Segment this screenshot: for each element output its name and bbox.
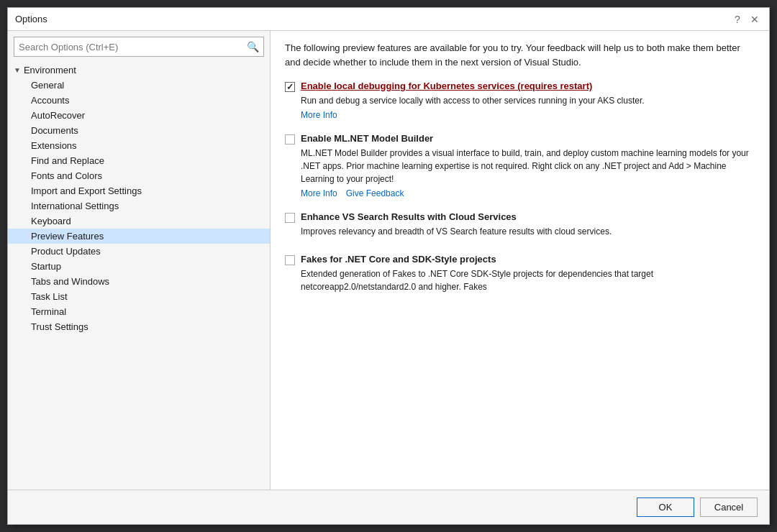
sidebar-item-general[interactable]: General xyxy=(8,78,270,93)
search-icon: 🔍 xyxy=(247,41,259,52)
sidebar-item-documents[interactable]: Documents xyxy=(8,123,270,138)
content-scroll: The following preview features are avail… xyxy=(271,31,769,490)
dialog-body: 🔍 ▼ Environment GeneralAccountsAutoRecov… xyxy=(8,31,769,490)
search-box[interactable]: 🔍 xyxy=(14,37,264,57)
link-give-feedback-2[interactable]: Give Feedback xyxy=(346,188,404,198)
ok-button[interactable]: OK xyxy=(637,497,694,517)
sidebar-item-extensions[interactable]: Extensions xyxy=(8,138,270,153)
checkbox-1[interactable]: ✓ xyxy=(285,82,295,92)
sidebar-item-accounts[interactable]: Accounts xyxy=(8,93,270,108)
cancel-button[interactable]: Cancel xyxy=(700,497,758,517)
tree-items-container: GeneralAccountsAutoRecoverDocumentsExten… xyxy=(8,78,270,334)
title-bar-controls: ? ✕ xyxy=(730,12,762,27)
dialog-title: Options xyxy=(15,14,47,24)
sidebar-item-find-and-replace[interactable]: Find and Replace xyxy=(8,153,270,168)
feature-desc-1: Run and debug a service locally with acc… xyxy=(301,94,755,107)
feature-title-4: Fakes for .NET Core and SDK-Style projec… xyxy=(301,254,755,265)
features-container: ✓Enable local debugging for Kubernetes s… xyxy=(285,81,755,296)
sidebar-item-product-updates[interactable]: Product Updates xyxy=(8,244,270,259)
feature-checkbox-3[interactable] xyxy=(285,213,295,223)
sidebar-item-preview-features[interactable]: Preview Features xyxy=(8,229,270,244)
sidebar-item-startup[interactable]: Startup xyxy=(8,259,270,274)
intro-text: The following preview features are avail… xyxy=(285,41,755,69)
feature-links-2: More InfoGive Feedback xyxy=(301,188,755,198)
feature-item-4: Fakes for .NET Core and SDK-Style projec… xyxy=(285,254,755,296)
dialog-footer: OK Cancel xyxy=(8,490,769,524)
feature-content-1: Enable local debugging for Kubernetes se… xyxy=(301,81,755,120)
sidebar-item-keyboard[interactable]: Keyboard xyxy=(8,214,270,229)
feature-desc-2: ML.NET Model Builder provides a visual i… xyxy=(301,147,755,185)
feature-content-2: Enable ML.NET Model BuilderML.NET Model … xyxy=(301,133,755,198)
feature-item-1: ✓Enable local debugging for Kubernetes s… xyxy=(285,81,755,120)
feature-checkbox-1[interactable]: ✓ xyxy=(285,82,295,92)
help-button[interactable]: ? xyxy=(730,12,745,27)
tree-container[interactable]: ▼ Environment GeneralAccountsAutoRecover… xyxy=(8,63,270,490)
checkbox-3[interactable] xyxy=(285,213,295,223)
link-more-info-2[interactable]: More Info xyxy=(301,188,337,198)
tree-section-environment[interactable]: ▼ Environment xyxy=(8,63,270,78)
checkbox-4[interactable] xyxy=(285,255,295,265)
checkbox-2[interactable] xyxy=(285,134,295,145)
feature-title-2: Enable ML.NET Model Builder xyxy=(301,133,755,144)
feature-title-3: Enhance VS Search Results with Cloud Ser… xyxy=(301,211,755,222)
close-button[interactable]: ✕ xyxy=(748,12,762,27)
feature-item-3: Enhance VS Search Results with Cloud Ser… xyxy=(285,211,755,241)
sidebar-item-tabs-and-windows[interactable]: Tabs and Windows xyxy=(8,274,270,289)
feature-item-2: Enable ML.NET Model BuilderML.NET Model … xyxy=(285,133,755,198)
checkmark-icon: ✓ xyxy=(286,82,294,92)
sidebar: 🔍 ▼ Environment GeneralAccountsAutoRecov… xyxy=(8,31,271,490)
sidebar-item-import-and-export-settings[interactable]: Import and Export Settings xyxy=(8,183,270,198)
sidebar-item-autorecover[interactable]: AutoRecover xyxy=(8,108,270,123)
feature-links-1: More Info xyxy=(301,110,755,120)
feature-checkbox-2[interactable] xyxy=(285,134,295,145)
sidebar-item-international-settings[interactable]: International Settings xyxy=(8,198,270,214)
feature-content-4: Fakes for .NET Core and SDK-Style projec… xyxy=(301,254,755,296)
feature-desc-3: Improves relevancy and breadth of VS Sea… xyxy=(301,225,755,238)
link-more-info-1[interactable]: More Info xyxy=(301,110,337,120)
feature-content-3: Enhance VS Search Results with Cloud Ser… xyxy=(301,211,755,241)
sidebar-item-trust-settings[interactable]: Trust Settings xyxy=(8,319,270,334)
sidebar-item-terminal[interactable]: Terminal xyxy=(8,304,270,319)
feature-checkbox-4[interactable] xyxy=(285,255,295,265)
title-bar: Options ? ✕ xyxy=(8,8,769,31)
feature-title-1: Enable local debugging for Kubernetes se… xyxy=(301,81,755,91)
content-panel: The following preview features are avail… xyxy=(271,31,769,490)
options-dialog: Options ? ✕ 🔍 ▼ Environment GeneralAccou… xyxy=(7,7,770,525)
sidebar-item-task-list[interactable]: Task List xyxy=(8,289,270,304)
chevron-down-icon: ▼ xyxy=(14,66,21,74)
sidebar-item-fonts-and-colors[interactable]: Fonts and Colors xyxy=(8,168,270,183)
feature-desc-4: Extended generation of Fakes to .NET Cor… xyxy=(301,267,755,293)
search-input[interactable] xyxy=(19,42,247,52)
tree-section-label: Environment xyxy=(24,65,76,75)
